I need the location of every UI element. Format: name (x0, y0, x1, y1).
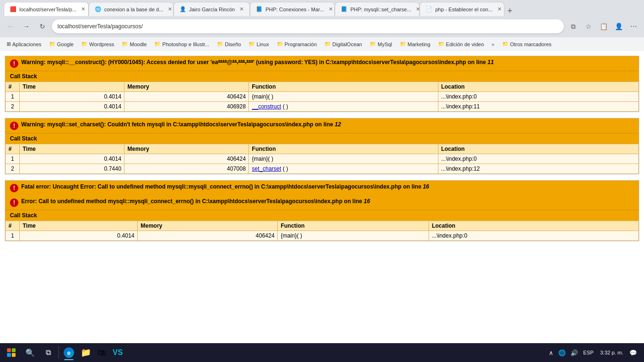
cell-memory: 406928 (124, 102, 249, 112)
error-1-icon: ! (10, 59, 18, 68)
bookmark-marketing-icon: 📁 (400, 41, 406, 47)
tab-3[interactable]: 👤 Jairo García Rincón ✕ (173, 2, 250, 16)
tab-3-favicon: 👤 (180, 6, 186, 13)
cell-function: set_charset ( ) (249, 164, 438, 174)
col-memory: Memory (138, 221, 278, 231)
page-content: ! Warning: mysqli::__construct(): (HY000… (0, 51, 644, 324)
bookmark-edicion-label: Edición de video (446, 41, 484, 47)
bookmark-linux-icon: 📁 (248, 41, 255, 47)
tab-6-close[interactable]: ✕ (497, 6, 502, 12)
cell-memory: 406424 (124, 154, 249, 164)
tab-5-close[interactable]: ✕ (416, 6, 420, 12)
table-row: 2 0.7440 407008 set_charset ( ) ...\inde… (6, 164, 639, 174)
bookmark-diseno[interactable]: 📁 Diseño (214, 40, 244, 48)
bookmark-otros[interactable]: 📁 Otros marcadores (499, 40, 554, 48)
bookmark-marketing-label: Marketing (408, 41, 430, 47)
bookmark-photoshop-icon: 📁 (154, 41, 161, 47)
favorites-button[interactable]: ☆ (582, 20, 595, 33)
tab-6-title: php - Establecer el con... (435, 7, 493, 12)
bookmark-aplicaciones[interactable]: ⊞ Aplicaciones (4, 40, 44, 48)
error-2-header: ! Warning: mysqli::set_charset(): Couldn… (5, 118, 639, 133)
tab-1[interactable]: 🟥 localhost/serverTesla/p... ✕ (4, 2, 89, 16)
address-input[interactable] (52, 19, 564, 33)
cell-function: {main}( ) (249, 92, 438, 102)
tab-2-close[interactable]: ✕ (168, 6, 172, 12)
bookmark-programacion-label: Programación (285, 41, 317, 47)
bookmark-mysql-icon: 📁 (370, 41, 376, 47)
construct-link[interactable]: __construct (252, 103, 281, 110)
tab-3-close[interactable]: ✕ (239, 6, 244, 12)
tab-3-title: Jairo García Rincón (189, 7, 235, 12)
error-2-text: Warning: mysqli::set_charset(): Couldn't… (21, 121, 634, 128)
back-button[interactable]: ← (4, 20, 17, 33)
collections-button[interactable]: 📋 (597, 20, 610, 33)
cell-location: ...\index.php:0 (429, 231, 638, 241)
col-time: Time (20, 82, 124, 92)
cell-memory: 406424 (138, 231, 278, 241)
col-num: # (6, 221, 20, 231)
bookmark-edicion[interactable]: 📁 Edición de video (435, 40, 487, 48)
col-time: Time (20, 144, 124, 154)
bookmark-google[interactable]: 📁 Google (46, 40, 76, 48)
bookmark-digitalocean-icon: 📁 (324, 41, 331, 47)
bookmark-diseno-icon: 📁 (217, 41, 223, 47)
cell-memory: 407008 (124, 164, 249, 174)
set-charset-link[interactable]: set_charset (252, 165, 281, 172)
bookmark-mysql[interactable]: 📁 MySql (367, 40, 395, 48)
tab-4[interactable]: 📘 PHP: Conexiones - Mar... ✕ (250, 2, 335, 16)
bookmark-wordpress[interactable]: 📁 Wordpress (78, 40, 117, 48)
cell-location: ...\index.php:11 (438, 102, 638, 112)
refresh-button[interactable]: ↻ (36, 20, 49, 33)
forward-button[interactable]: → (20, 20, 33, 33)
tab-2[interactable]: 🌐 conexion a la base de d... ✕ (89, 2, 173, 16)
address-bar: ← → ↻ ⧉ ☆ 📋 👤 ⋯ (0, 16, 644, 37)
bookmark-moodle[interactable]: 📁 Moodle (119, 40, 149, 48)
error-2-icon: ! (10, 122, 18, 130)
new-tab-button[interactable]: + (504, 6, 515, 16)
bookmark-moodle-icon: 📁 (122, 41, 128, 47)
error-3-error-header: ! Error: Call to undefined method mysqli… (5, 195, 639, 210)
error-3-callstack-table: # Time Memory Function Location 1 0.4014… (5, 221, 639, 241)
cell-memory: 406424 (124, 92, 249, 102)
col-function: Function (249, 144, 438, 154)
bookmarks-bar: ⊞ Aplicaciones 📁 Google 📁 Wordpress 📁 Mo… (0, 37, 644, 51)
col-function: Function (249, 82, 438, 92)
cell-num: 2 (6, 102, 20, 112)
bookmark-linux-label: Linux (256, 41, 269, 47)
bookmark-mysql-label: MySql (378, 41, 392, 47)
bookmark-wordpress-label: Wordpress (89, 41, 114, 47)
col-location: Location (438, 82, 638, 92)
cell-location: ...\index.php:0 (438, 92, 638, 102)
bookmark-linux[interactable]: 📁 Linux (246, 40, 272, 48)
col-function: Function (278, 221, 429, 231)
tab-2-favicon: 🌐 (95, 6, 101, 13)
profile-icon[interactable]: 👤 (612, 20, 625, 33)
error-3-fatal-icon: ! (10, 184, 18, 192)
extensions-button[interactable]: ⧉ (567, 20, 580, 33)
bookmark-digitalocean-label: DigitalOcean (332, 41, 362, 47)
tab-6[interactable]: 📄 php - Establecer el con... ✕ (420, 2, 504, 16)
tab-5-title: PHP: mysqli::set_charse... (350, 7, 411, 12)
browser-chrome: 🟥 localhost/serverTesla/p... ✕ 🌐 conexio… (0, 0, 644, 324)
bookmark-photoshop-label: Photoshop e Illustr... (162, 41, 209, 47)
bookmark-photoshop[interactable]: 📁 Photoshop e Illustr... (151, 40, 212, 48)
tab-5[interactable]: 📘 PHP: mysqli::set_charse... ✕ (335, 2, 420, 16)
tab-1-favicon: 🟥 (10, 6, 17, 13)
cell-function: {main}( ) (249, 154, 438, 164)
settings-button[interactable]: ⋯ (627, 20, 640, 33)
bookmark-otros-icon: 📁 (502, 41, 509, 47)
error-1-header: ! Warning: mysqli::__construct(): (HY000… (5, 56, 639, 71)
tab-4-close[interactable]: ✕ (329, 6, 333, 12)
tab-4-favicon: 📘 (256, 6, 263, 13)
tab-1-close[interactable]: ✕ (81, 6, 85, 12)
error-3-fatal-text: Fatal error: Uncaught Error: Call to und… (21, 183, 634, 190)
bookmark-marketing[interactable]: 📁 Marketing (397, 40, 433, 48)
cell-time: 0.4014 (20, 154, 124, 164)
bookmark-digitalocean[interactable]: 📁 DigitalOcean (322, 40, 365, 48)
bookmarks-more-button[interactable]: » (489, 41, 497, 48)
bookmark-programacion[interactable]: 📁 Programación (274, 40, 320, 48)
cell-time: 0.4014 (20, 92, 124, 102)
error-3-error-icon: ! (10, 198, 18, 207)
toolbar-icons: ⧉ ☆ 📋 👤 ⋯ (567, 20, 640, 33)
tab-2-title: conexion a la base de d... (104, 7, 163, 12)
